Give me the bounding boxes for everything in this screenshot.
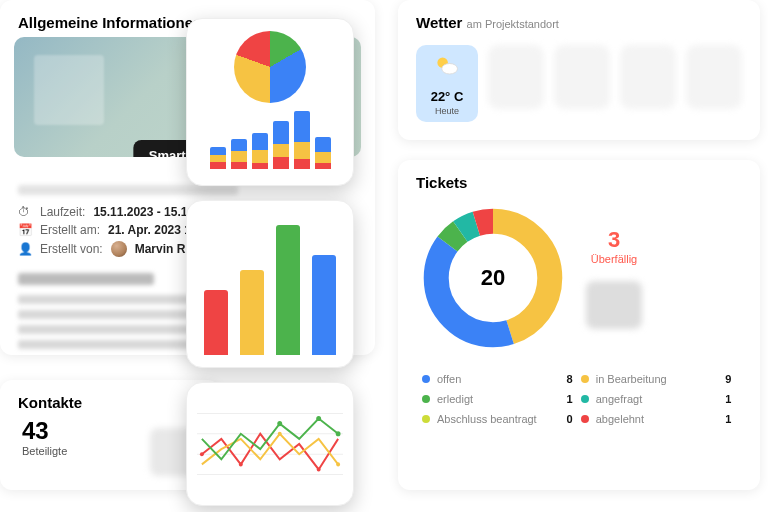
weather-title: Wetter am Projektstandort — [398, 0, 760, 37]
creator-label: Erstellt von: — [40, 242, 103, 256]
svg-point-16 — [336, 431, 341, 436]
legend-abschluss[interactable]: Abschluss beantragt0 — [422, 409, 573, 429]
weather-day-placeholder[interactable] — [620, 45, 676, 109]
svg-point-17 — [278, 432, 282, 436]
weather-title-text: Wetter — [416, 14, 462, 31]
tickets-secondary-blur — [586, 281, 642, 329]
svg-point-14 — [277, 421, 282, 426]
svg-point-11 — [200, 452, 204, 456]
weather-day-placeholder[interactable] — [488, 45, 544, 109]
weather-day-placeholder[interactable] — [686, 45, 742, 109]
tickets-legend: offen8 in Bearbeitung9 erledigt1 angefra… — [398, 365, 760, 443]
svg-point-15 — [316, 416, 321, 421]
tickets-donut: 20 — [418, 203, 568, 353]
weather-today-label: Heute — [420, 106, 474, 116]
legend-bearbeitung[interactable]: in Bearbeitung9 — [581, 369, 732, 389]
weather-subtitle: am Projektstandort — [467, 18, 559, 30]
legend-offen[interactable]: offen8 — [422, 369, 573, 389]
created-label: Erstellt am: — [40, 223, 100, 237]
weather-card: Wetter am Projektstandort 22° C Heute — [398, 0, 760, 140]
svg-point-13 — [317, 467, 321, 471]
clock-icon: ⏱ — [18, 205, 32, 219]
weather-temp: 22° C — [420, 89, 474, 104]
pie-chart-icon — [234, 31, 306, 103]
tickets-total: 20 — [418, 203, 568, 353]
weather-day-placeholder[interactable] — [554, 45, 610, 109]
avatar — [111, 241, 127, 257]
runtime-label: Laufzeit: — [40, 205, 85, 219]
calendar-icon: 📅 — [18, 223, 32, 237]
tickets-chart-wrap: 20 3 Überfällig — [398, 197, 760, 365]
stacked-bars-icon — [199, 109, 341, 169]
address-placeholder — [18, 185, 238, 195]
tickets-overdue[interactable]: 3 Überfällig — [586, 227, 642, 329]
overdue-count: 3 — [586, 227, 642, 253]
sun-cloud-icon — [420, 53, 474, 85]
overlay-pie-bars-card — [186, 18, 354, 186]
legend-angefragt[interactable]: angefragt1 — [581, 389, 732, 409]
overlay-line-chart-card — [186, 382, 354, 506]
weather-row: 22° C Heute — [398, 37, 760, 138]
tickets-card: Tickets 20 3 Überfällig offen8 in Bearbe… — [398, 160, 760, 490]
legend-erledigt[interactable]: erledigt1 — [422, 389, 573, 409]
line-chart — [197, 393, 343, 495]
overlay-big-bars-card — [186, 200, 354, 368]
weather-today[interactable]: 22° C Heute — [416, 45, 478, 122]
user-icon: 👤 — [18, 242, 32, 256]
overdue-label: Überfällig — [586, 253, 642, 265]
svg-point-18 — [336, 462, 340, 466]
legend-abgelehnt[interactable]: abgelehnt1 — [581, 409, 732, 429]
svg-point-12 — [239, 462, 243, 466]
svg-point-1 — [442, 64, 458, 75]
tickets-title: Tickets — [398, 160, 760, 197]
big-bars-chart — [201, 215, 339, 355]
